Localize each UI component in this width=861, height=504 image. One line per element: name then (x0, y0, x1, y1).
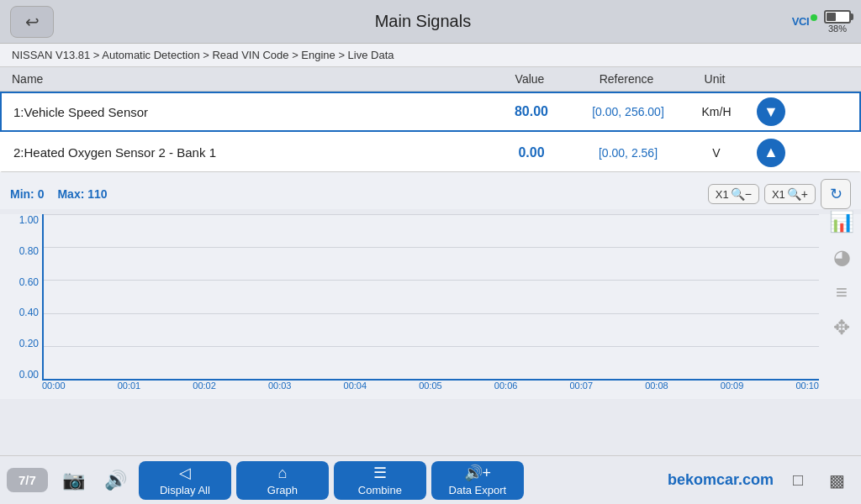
display-all-button[interactable]: ◁ Display All (139, 461, 231, 500)
x-label: 00:10 (795, 381, 819, 399)
header-icons: VCI 38% (792, 10, 851, 34)
y-label-6: 0.00 (3, 369, 39, 381)
col-header-reference: Reference (572, 72, 681, 86)
table-header: Name Value Reference Unit (0, 67, 861, 92)
wifi-dot (811, 14, 817, 21)
col-header-unit: Unit (681, 72, 748, 86)
grid-line (44, 346, 819, 347)
toolbar-right-icons: □ ▩ (780, 463, 854, 498)
toolbar-icon-1[interactable]: □ (780, 463, 816, 498)
x-label: 00:02 (193, 381, 216, 399)
zoom-out-button[interactable]: X1 🔍− (708, 184, 759, 204)
gauge-icon[interactable]: ◕ (833, 245, 851, 269)
gallery-icon[interactable]: 📷 (55, 461, 93, 500)
graph-controls: Min: 0 Max: 110 X1 🔍− X1 🔍+ ↻ (10, 179, 851, 209)
max-label: Max: 110 (57, 187, 107, 201)
min-value: 0 (38, 187, 45, 201)
chart-container: 1.00 0.80 0.60 0.40 0.20 0.00 00:00 00:0… (0, 214, 861, 399)
table-row[interactable]: 2:Heated Oxygen Sensor 2 - Bank 1 0.00 [… (0, 132, 861, 172)
col-header-name: Name (0, 72, 488, 86)
graph-label: Graph (267, 484, 298, 496)
x-label: 00:07 (569, 381, 593, 399)
toolbar-icon-2[interactable]: ▩ (819, 463, 854, 498)
y-label-3: 0.60 (3, 276, 39, 288)
zoom-in-label: X1 (772, 188, 785, 201)
volume-icon[interactable]: 🔊 (97, 461, 135, 500)
y-label-2: 0.80 (3, 245, 39, 257)
row-2-name: 2:Heated Oxygen Sensor 2 - Bank 1 (2, 145, 489, 160)
graph-icon: ⌂ (277, 465, 287, 482)
x-label: 00:04 (344, 381, 367, 399)
col-header-value: Value (488, 72, 572, 86)
zoom-controls: X1 🔍− X1 🔍+ ↻ (708, 179, 851, 209)
right-sidebar-icons: 📊 ◕ ≡ ✥ (829, 210, 854, 339)
x-label: 00:01 (118, 381, 141, 399)
watermark: bekomcar.com (668, 471, 774, 489)
battery-box (824, 10, 851, 24)
data-export-icon: 🔊+ (464, 464, 492, 482)
zoom-out-label: X1 (716, 188, 729, 201)
y-label-1: 1.00 (3, 214, 39, 226)
display-all-icon: ◁ (179, 464, 191, 482)
zoom-out-icon: 🔍− (731, 187, 752, 201)
grid-line (44, 280, 819, 281)
bar-chart-icon[interactable]: 📊 (829, 210, 854, 234)
x-label: 00:06 (494, 381, 518, 399)
header: ↩ Main Signals VCI 38% (0, 0, 861, 44)
row-1-reference: [0.00, 256.00] (573, 105, 683, 118)
x-label: 00:05 (419, 381, 442, 399)
vci-icon: VCI (792, 14, 817, 28)
expand-down-button[interactable]: ▼ (757, 97, 785, 126)
x-label: 00:09 (721, 381, 744, 399)
grid-line (44, 247, 819, 248)
row-2-reference: [0.00, 2.56] (573, 146, 683, 160)
data-export-button[interactable]: 🔊+ Data Export (431, 461, 524, 500)
max-value: 110 (87, 187, 107, 201)
row-2-action[interactable]: ▲ (750, 139, 792, 167)
data-export-label: Data Export (449, 484, 507, 496)
bottom-toolbar: 7/7 📷 🔊 ◁ Display All ⌂ Graph ☰ Combine … (0, 455, 861, 504)
chart-body (42, 214, 819, 381)
row-2-value: 0.00 (489, 145, 573, 160)
y-label-5: 0.20 (3, 338, 39, 349)
chart-y-axis: 1.00 0.80 0.60 0.40 0.20 0.00 (0, 214, 42, 381)
expand-up-button[interactable]: ▲ (757, 139, 785, 167)
table-row[interactable]: 1:Vehicle Speed Sensor 80.00 [0.00, 256.… (0, 92, 861, 132)
col-header-action (748, 72, 790, 86)
battery-indicator: 38% (824, 10, 851, 34)
chart-x-labels: 00:00 00:01 00:02 00:03 00:04 00:05 00:0… (42, 381, 819, 399)
grid-line (44, 214, 819, 215)
breadcrumb: NISSAN V13.81 > Automatic Detection > Re… (0, 44, 861, 67)
row-1-name: 1:Vehicle Speed Sensor (2, 105, 489, 119)
graph-section: Min: 0 Max: 110 X1 🔍− X1 🔍+ ↻ (0, 172, 861, 209)
y-label-4: 0.40 (3, 307, 39, 318)
graph-button[interactable]: ⌂ Graph (236, 461, 329, 500)
grid-line (44, 313, 819, 314)
x-label: 00:03 (268, 381, 292, 399)
row-1-action[interactable]: ▼ (750, 97, 792, 126)
battery-fill (827, 13, 836, 21)
combine-label: Combine (358, 484, 402, 496)
zoom-in-button[interactable]: X1 🔍+ (764, 184, 816, 204)
combine-icon: ☰ (373, 464, 387, 482)
min-label: Min: 0 (10, 187, 44, 201)
display-all-label: Display All (160, 484, 210, 496)
back-button[interactable]: ↩ (10, 6, 54, 38)
row-2-unit: V (683, 146, 750, 160)
x-label: 00:08 (645, 381, 668, 399)
page-indicator: 7/7 (7, 468, 48, 492)
expand-icon[interactable]: ✥ (833, 316, 850, 339)
battery-percent: 38% (828, 24, 847, 34)
page-title: Main Signals (54, 12, 792, 31)
list-icon[interactable]: ≡ (836, 281, 848, 304)
x-label: 00:00 (42, 381, 66, 399)
zoom-in-icon: 🔍+ (787, 187, 808, 201)
row-1-unit: Km/H (683, 105, 750, 118)
refresh-button[interactable]: ↻ (821, 179, 851, 209)
combine-button[interactable]: ☰ Combine (334, 461, 426, 500)
row-1-value: 80.00 (489, 104, 573, 119)
chart-grid-lines (44, 214, 819, 379)
